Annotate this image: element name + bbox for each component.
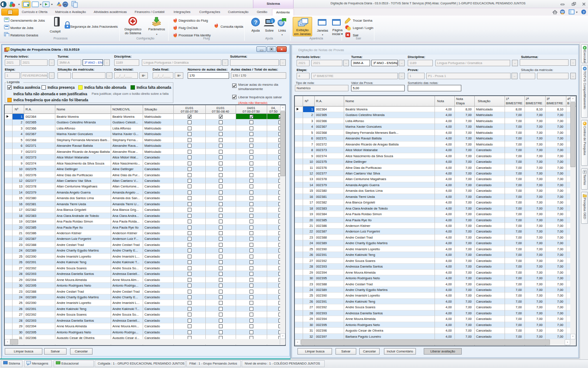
svg-text:?: ? (583, 10, 585, 14)
svg-text:W: W (64, 3, 67, 6)
svg-text:?: ? (254, 19, 258, 26)
svg-text:i: i (272, 19, 273, 23)
